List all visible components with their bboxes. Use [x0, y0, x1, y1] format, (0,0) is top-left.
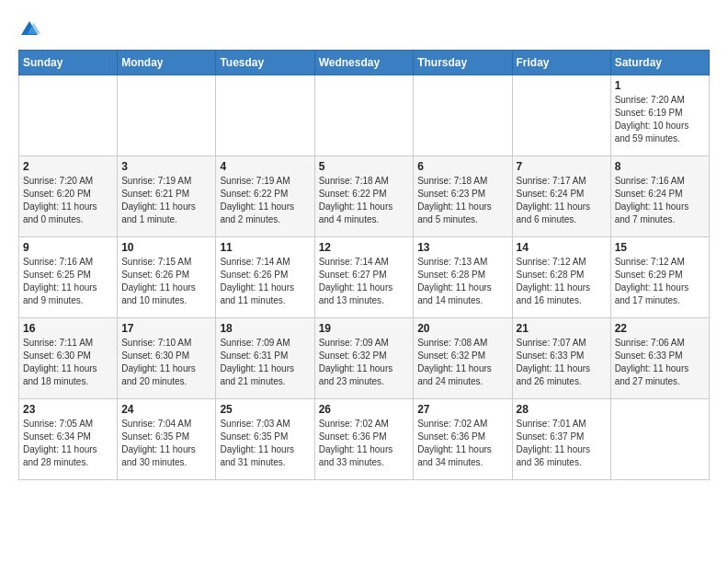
calendar-cell: 7Sunrise: 7:17 AM Sunset: 6:24 PM Daylig…	[512, 156, 610, 237]
day-number: 11	[220, 241, 310, 254]
day-number: 3	[121, 160, 211, 173]
day-detail: Sunrise: 7:09 AM Sunset: 6:32 PM Dayligh…	[319, 337, 410, 388]
day-detail: Sunrise: 7:09 AM Sunset: 6:31 PM Dayligh…	[220, 337, 310, 388]
calendar-cell: 10Sunrise: 7:15 AM Sunset: 6:26 PM Dayli…	[118, 237, 216, 318]
calendar-cell	[216, 75, 314, 156]
day-detail: Sunrise: 7:14 AM Sunset: 6:27 PM Dayligh…	[319, 256, 410, 307]
day-number: 9	[23, 241, 113, 254]
calendar-cell: 14Sunrise: 7:12 AM Sunset: 6:28 PM Dayli…	[512, 237, 610, 318]
day-detail: Sunrise: 7:12 AM Sunset: 6:29 PM Dayligh…	[615, 256, 705, 307]
day-detail: Sunrise: 7:01 AM Sunset: 6:37 PM Dayligh…	[517, 418, 607, 469]
day-number: 20	[417, 322, 507, 335]
calendar-cell: 26Sunrise: 7:02 AM Sunset: 6:36 PM Dayli…	[314, 399, 414, 480]
calendar-week-row: 1Sunrise: 7:20 AM Sunset: 6:19 PM Daylig…	[19, 75, 710, 156]
calendar-cell	[19, 75, 118, 156]
day-number: 24	[121, 403, 211, 416]
calendar-cell: 9Sunrise: 7:16 AM Sunset: 6:25 PM Daylig…	[19, 237, 118, 318]
calendar-cell: 8Sunrise: 7:16 AM Sunset: 6:24 PM Daylig…	[610, 156, 709, 237]
day-number: 14	[517, 241, 607, 254]
weekday-header: Thursday	[414, 51, 512, 75]
day-detail: Sunrise: 7:02 AM Sunset: 6:36 PM Dayligh…	[319, 418, 410, 469]
day-detail: Sunrise: 7:04 AM Sunset: 6:35 PM Dayligh…	[121, 418, 211, 469]
day-detail: Sunrise: 7:15 AM Sunset: 6:26 PM Dayligh…	[121, 256, 211, 307]
calendar-cell: 23Sunrise: 7:05 AM Sunset: 6:34 PM Dayli…	[19, 399, 118, 480]
calendar-cell: 25Sunrise: 7:03 AM Sunset: 6:35 PM Dayli…	[216, 399, 314, 480]
logo	[18, 18, 44, 40]
day-detail: Sunrise: 7:03 AM Sunset: 6:35 PM Dayligh…	[220, 418, 310, 469]
day-detail: Sunrise: 7:08 AM Sunset: 6:32 PM Dayligh…	[417, 337, 507, 388]
calendar-cell: 5Sunrise: 7:18 AM Sunset: 6:22 PM Daylig…	[314, 156, 414, 237]
day-number: 19	[319, 322, 410, 335]
day-number: 10	[121, 241, 211, 254]
day-detail: Sunrise: 7:02 AM Sunset: 6:36 PM Dayligh…	[417, 418, 507, 469]
day-number: 16	[23, 322, 113, 335]
calendar-cell: 24Sunrise: 7:04 AM Sunset: 6:35 PM Dayli…	[118, 399, 216, 480]
day-detail: Sunrise: 7:19 AM Sunset: 6:21 PM Dayligh…	[121, 175, 211, 226]
calendar-week-row: 9Sunrise: 7:16 AM Sunset: 6:25 PM Daylig…	[19, 237, 710, 318]
day-detail: Sunrise: 7:11 AM Sunset: 6:30 PM Dayligh…	[23, 337, 113, 388]
day-number: 2	[23, 160, 113, 173]
calendar-cell: 3Sunrise: 7:19 AM Sunset: 6:21 PM Daylig…	[118, 156, 216, 237]
calendar-cell: 13Sunrise: 7:13 AM Sunset: 6:28 PM Dayli…	[414, 237, 512, 318]
calendar-cell: 19Sunrise: 7:09 AM Sunset: 6:32 PM Dayli…	[314, 318, 414, 399]
day-detail: Sunrise: 7:14 AM Sunset: 6:26 PM Dayligh…	[220, 256, 310, 307]
day-detail: Sunrise: 7:18 AM Sunset: 6:23 PM Dayligh…	[417, 175, 507, 226]
day-number: 4	[220, 160, 310, 173]
day-detail: Sunrise: 7:13 AM Sunset: 6:28 PM Dayligh…	[417, 256, 507, 307]
calendar-cell: 22Sunrise: 7:06 AM Sunset: 6:33 PM Dayli…	[610, 318, 709, 399]
day-detail: Sunrise: 7:20 AM Sunset: 6:19 PM Dayligh…	[615, 94, 705, 145]
day-number: 8	[615, 160, 705, 173]
calendar-cell	[512, 75, 610, 156]
weekday-header: Sunday	[19, 51, 118, 75]
calendar-cell: 28Sunrise: 7:01 AM Sunset: 6:37 PM Dayli…	[512, 399, 610, 480]
day-detail: Sunrise: 7:18 AM Sunset: 6:22 PM Dayligh…	[319, 175, 410, 226]
day-detail: Sunrise: 7:16 AM Sunset: 6:25 PM Dayligh…	[23, 256, 113, 307]
calendar-cell	[414, 75, 512, 156]
day-number: 5	[319, 160, 410, 173]
calendar-header-row: SundayMondayTuesdayWednesdayThursdayFrid…	[19, 51, 710, 75]
day-number: 15	[615, 241, 705, 254]
weekday-header: Saturday	[610, 51, 709, 75]
day-number: 28	[517, 403, 607, 416]
calendar-cell: 15Sunrise: 7:12 AM Sunset: 6:29 PM Dayli…	[610, 237, 709, 318]
day-detail: Sunrise: 7:19 AM Sunset: 6:22 PM Dayligh…	[220, 175, 310, 226]
day-number: 25	[220, 403, 310, 416]
day-detail: Sunrise: 7:05 AM Sunset: 6:34 PM Dayligh…	[23, 418, 113, 469]
calendar-cell: 1Sunrise: 7:20 AM Sunset: 6:19 PM Daylig…	[610, 75, 709, 156]
calendar-cell: 18Sunrise: 7:09 AM Sunset: 6:31 PM Dayli…	[216, 318, 314, 399]
day-number: 18	[220, 322, 310, 335]
day-detail: Sunrise: 7:10 AM Sunset: 6:30 PM Dayligh…	[121, 337, 211, 388]
calendar-cell: 17Sunrise: 7:10 AM Sunset: 6:30 PM Dayli…	[118, 318, 216, 399]
day-number: 1	[615, 79, 705, 92]
weekday-header: Monday	[118, 51, 216, 75]
calendar-cell: 12Sunrise: 7:14 AM Sunset: 6:27 PM Dayli…	[314, 237, 414, 318]
calendar-cell: 4Sunrise: 7:19 AM Sunset: 6:22 PM Daylig…	[216, 156, 314, 237]
day-detail: Sunrise: 7:20 AM Sunset: 6:20 PM Dayligh…	[23, 175, 113, 226]
day-number: 13	[417, 241, 507, 254]
day-number: 27	[417, 403, 507, 416]
calendar-cell	[610, 399, 709, 480]
day-number: 17	[121, 322, 211, 335]
calendar-cell	[314, 75, 414, 156]
day-detail: Sunrise: 7:16 AM Sunset: 6:24 PM Dayligh…	[615, 175, 705, 226]
calendar-week-row: 16Sunrise: 7:11 AM Sunset: 6:30 PM Dayli…	[19, 318, 710, 399]
page-header	[18, 18, 710, 40]
day-detail: Sunrise: 7:12 AM Sunset: 6:28 PM Dayligh…	[517, 256, 607, 307]
day-number: 12	[319, 241, 410, 254]
logo-icon	[18, 18, 40, 40]
day-number: 7	[517, 160, 607, 173]
calendar-cell: 20Sunrise: 7:08 AM Sunset: 6:32 PM Dayli…	[414, 318, 512, 399]
calendar-week-row: 23Sunrise: 7:05 AM Sunset: 6:34 PM Dayli…	[19, 399, 710, 480]
weekday-header: Tuesday	[216, 51, 314, 75]
day-detail: Sunrise: 7:17 AM Sunset: 6:24 PM Dayligh…	[517, 175, 607, 226]
weekday-header: Friday	[512, 51, 610, 75]
calendar-cell: 6Sunrise: 7:18 AM Sunset: 6:23 PM Daylig…	[414, 156, 512, 237]
day-number: 21	[517, 322, 607, 335]
calendar-cell: 21Sunrise: 7:07 AM Sunset: 6:33 PM Dayli…	[512, 318, 610, 399]
day-number: 22	[615, 322, 705, 335]
calendar-cell: 27Sunrise: 7:02 AM Sunset: 6:36 PM Dayli…	[414, 399, 512, 480]
weekday-header: Wednesday	[314, 51, 414, 75]
calendar-week-row: 2Sunrise: 7:20 AM Sunset: 6:20 PM Daylig…	[19, 156, 710, 237]
day-number: 26	[319, 403, 410, 416]
day-number: 23	[23, 403, 113, 416]
